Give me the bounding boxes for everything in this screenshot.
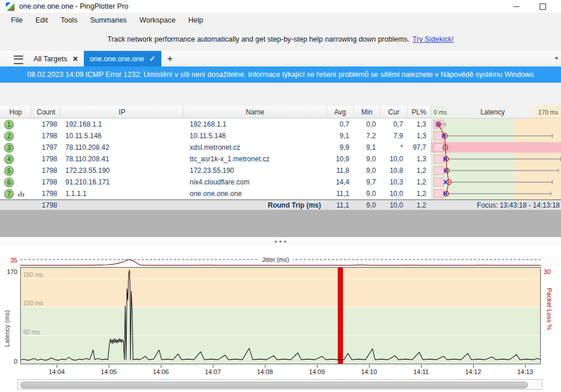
tab-all-targets-label: All Targets — [34, 55, 67, 63]
control-bar: 1.1.1.1 / one.one.one.one ▼ Interval 1 s… — [0, 83, 561, 106]
axis-tick-label: 14:08 — [252, 368, 278, 375]
col-min[interactable]: Min — [354, 106, 381, 118]
col-avg[interactable]: Avg — [327, 106, 354, 118]
axis-tick — [213, 365, 213, 368]
axis-tick — [109, 365, 109, 368]
axis-tick — [369, 365, 370, 368]
tab-bar: All Targets ✕ one.one.one.one ✓ + ◄ — [0, 51, 561, 66]
maximize-icon — [540, 3, 546, 10]
col-cur[interactable]: Cur — [381, 106, 408, 118]
focus-range-label: Focus: 13:43:18 - 14:13:18 — [431, 201, 561, 209]
menu-bar: File Edit Tools Summaries Workspace Help — [0, 13, 561, 28]
round-trip-row: 1798 Round Trip (ms) 11,1 9,0 10,0 1,2 F… — [0, 199, 561, 210]
maximize-button[interactable] — [533, 0, 552, 13]
jitter-max-label: 35 — [0, 257, 17, 264]
hop-badge: 7 — [4, 189, 14, 199]
axis-tick-label: 14:12 — [460, 368, 486, 375]
minimize-button[interactable] — [507, 0, 526, 13]
menu-edit[interactable]: Edit — [29, 14, 54, 27]
time-axis: 14:0414:0514:0614:0714:0814:0914:1014:11… — [0, 364, 561, 377]
round-trip-count: 1798 — [32, 201, 61, 209]
col-ip[interactable]: IP — [61, 106, 184, 118]
tab-active-label: one.one.one.one — [90, 55, 144, 63]
timeline-scrollbar[interactable] — [17, 379, 542, 390]
jitter-title: Jitter (ms) — [259, 256, 293, 263]
svg-text:150 ms: 150 ms — [23, 271, 43, 278]
hop-badge: 3 — [4, 143, 14, 153]
timeline-scrollbar-thumb[interactable] — [20, 382, 528, 389]
hop-badge: 1 — [4, 120, 14, 130]
close-tab-icon[interactable]: ✕ — [72, 55, 78, 63]
tab-list-icon[interactable] — [14, 56, 23, 64]
latency-timeline-plot[interactable]: 50 ms100 ms150 ms — [20, 267, 541, 364]
axis-tick — [421, 365, 422, 368]
round-trip-cur: 10,0 — [381, 201, 408, 209]
promo-text: Track network performance automatically … — [108, 35, 410, 43]
axis-tick-label: 14:07 — [200, 368, 226, 375]
axis-tick — [57, 365, 57, 368]
hop-badge: 4 — [4, 154, 14, 164]
hop-badge: 6 — [4, 177, 14, 187]
trace-table-header: Hop Count IP Name Avg Min Cur PL% 0 ms L… — [0, 106, 561, 119]
pingplotter-window: one.one.one.one - PingPlotter Pro File E… — [0, 0, 561, 392]
hop-latency-minigraph — [431, 119, 561, 199]
axis-tick — [473, 365, 474, 368]
icmp-error-banner: 08.02.2023 14:09 ICMP Error 1232: Umístě… — [0, 66, 561, 83]
col-hop[interactable]: Hop — [0, 106, 32, 118]
col-latency: 0 ms Latency 170 ms — [431, 106, 561, 118]
check-icon: ✓ — [149, 54, 156, 63]
round-trip-min: 9,0 — [354, 201, 381, 209]
axis-tick — [161, 365, 161, 368]
latency-scale-title: Latency — [481, 108, 505, 116]
latency-axis-label: Latency (ms) — [3, 289, 10, 347]
col-name[interactable]: Name — [184, 106, 327, 118]
col-pl[interactable]: PL% — [408, 106, 431, 118]
round-trip-label: Round Trip (ms) — [184, 201, 327, 209]
tab-scroll-left-icon[interactable]: ◄ — [553, 55, 559, 61]
try-sidekick-link[interactable]: Try Sidekick! — [412, 35, 453, 43]
bar-chart-icon — [18, 191, 24, 197]
app-icon — [6, 2, 14, 11]
menu-file[interactable]: File — [5, 14, 29, 27]
packet-loss-max-label: 30 — [544, 268, 551, 275]
svg-text:100 ms: 100 ms — [23, 299, 43, 306]
round-trip-pl: 1,2 — [408, 201, 431, 209]
axis-tick-label: 14:09 — [304, 368, 330, 375]
title-bar: one.one.one.one - PingPlotter Pro — [0, 0, 561, 13]
axis-tick — [317, 365, 318, 368]
axis-tick-label: 14:11 — [408, 368, 434, 375]
latency-scale-min: 0 ms — [434, 109, 447, 116]
axis-tick-label: 14:06 — [148, 368, 174, 375]
jitter-graph: 35 Jitter (ms) — [0, 256, 561, 267]
axis-tick — [525, 365, 526, 368]
axis-tick-label: 14:10 — [356, 368, 382, 375]
window-title: one.one.one.one - PingPlotter Pro — [19, 2, 128, 10]
axis-tick-label: 14:05 — [96, 368, 121, 375]
minimize-icon — [514, 6, 519, 7]
pane-gap — [0, 210, 561, 237]
packet-loss-axis-label: Packet Loss % — [546, 288, 553, 352]
timegraph-header: one.one.one.one (1.1.1.1) hop 7 10 minut… — [0, 246, 561, 256]
axis-tick-label: 14:04 — [44, 368, 69, 375]
hop-badge: 5 — [4, 166, 14, 176]
axis-tick-label: 14:13 — [512, 368, 538, 375]
axis-tick — [265, 365, 265, 368]
menu-tools[interactable]: Tools — [54, 14, 84, 27]
promo-banner: Track network performance automatically … — [0, 28, 561, 51]
col-count[interactable]: Count — [32, 106, 61, 118]
latency-scale-max: 170 ms — [538, 109, 558, 116]
tab-one-one-one-one[interactable]: one.one.one.one ✓ — [84, 51, 161, 66]
splitter-handle[interactable] — [0, 237, 561, 246]
svg-text:50 ms: 50 ms — [23, 328, 40, 335]
menu-summaries[interactable]: Summaries — [84, 14, 133, 27]
icmp-error-text: 08.02.2023 14:09 ICMP Error 1232: Umístě… — [27, 71, 534, 79]
menu-workspace[interactable]: Workspace — [133, 14, 182, 27]
hop-badge: 2 — [4, 131, 14, 141]
round-trip-avg: 11,1 — [327, 201, 354, 209]
tab-all-targets[interactable]: All Targets ✕ — [28, 51, 84, 66]
add-tab-button[interactable]: + — [161, 51, 179, 66]
latency-max-label: 170 — [1, 268, 17, 275]
menu-help[interactable]: Help — [182, 14, 209, 27]
